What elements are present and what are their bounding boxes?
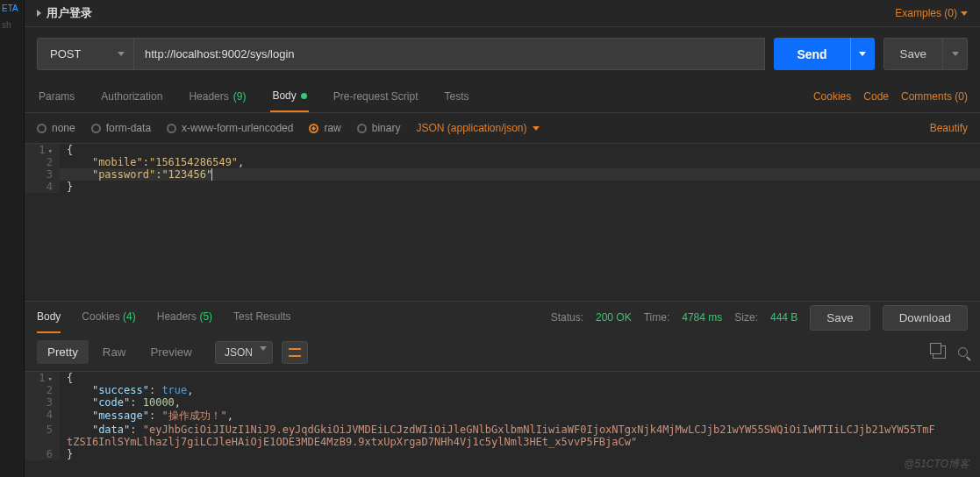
radio-label: raw (324, 122, 340, 134)
request-header: 用户登录 Examples (0) (25, 0, 980, 27)
radio-binary[interactable]: binary (357, 122, 401, 134)
response-tabs: Body Cookies (4) Headers (5) Test Result… (37, 302, 290, 333)
request-title: 用户登录 (46, 5, 92, 21)
radio-formdata[interactable]: form-data (91, 122, 151, 134)
cookies-count: (4) (123, 310, 136, 323)
chevron-down-icon (961, 11, 968, 16)
send-button[interactable]: Send (774, 38, 849, 70)
save-button[interactable]: Save (883, 38, 943, 70)
code-text: } (67, 448, 73, 460)
tab-authorization[interactable]: Authorization (99, 81, 164, 112)
examples-dropdown[interactable]: Examples (0) (895, 7, 968, 19)
chevron-down-icon (260, 346, 267, 351)
view-raw[interactable]: Raw (92, 340, 137, 364)
radio-icon (357, 124, 367, 133)
watermark: @51CTO博客 (904, 457, 969, 472)
time-label: Time: (644, 311, 670, 324)
code-key: "message" (92, 409, 149, 422)
code-key: "mobile" (92, 156, 143, 168)
content-type-select[interactable]: JSON (application/json) (416, 122, 539, 134)
url-input[interactable] (133, 38, 765, 70)
code-text: { (67, 144, 73, 156)
radio-icon (91, 124, 101, 133)
response-view-group: Pretty Raw Preview JSON (37, 340, 308, 364)
examples-label: Examples (0) (895, 7, 957, 19)
radio-label: none (52, 122, 75, 134)
copy-icon[interactable] (933, 345, 946, 359)
body-type-row: none form-data x-www-form-urlencoded raw… (25, 113, 980, 144)
tab-prerequest[interactable]: Pre-request Script (332, 81, 420, 112)
tab-label: Headers (189, 90, 228, 103)
save-response-button[interactable]: Save (810, 305, 869, 331)
radio-icon (309, 124, 318, 133)
wrap-lines-button[interactable] (282, 341, 308, 364)
headers-count: (5) (199, 310, 212, 323)
status-label: Status: (551, 311, 583, 324)
view-preview[interactable]: Preview (139, 340, 202, 364)
tab-body[interactable]: Body (270, 81, 308, 112)
main-panel: 用户登录 Examples (0) POST Send Save Params … (25, 0, 980, 477)
method-select[interactable]: POST (37, 38, 133, 70)
resp-tab-tests[interactable]: Test Results (233, 302, 290, 333)
chevron-down-icon (118, 52, 125, 56)
tab-headers[interactable]: Headers (9) (187, 81, 247, 112)
code-value: 10000 (143, 396, 175, 409)
headers-count: (9) (233, 90, 247, 103)
code-value: "eyJhbGciOiJIUzI1NiJ9.eyJqdGkiOiJVMDEiLC… (67, 424, 935, 448)
radio-label: form-data (106, 122, 151, 134)
method-value: POST (50, 47, 81, 61)
collapse-icon[interactable] (37, 10, 41, 17)
code-value: "123456" (161, 168, 212, 181)
response-toolbar: Pretty Raw Preview JSON (25, 333, 980, 372)
request-body-editor[interactable]: 1▾{ 2 "mobile":"156154286549", 3 "passwo… (25, 144, 980, 301)
search-icon[interactable] (958, 347, 968, 357)
size-label: Size: (734, 311, 758, 324)
tab-label: Headers (157, 310, 197, 323)
response-toolbar-right (933, 345, 968, 359)
tab-tests[interactable]: Tests (442, 81, 470, 112)
response-lang-select[interactable]: JSON (215, 341, 273, 364)
body-type-radios: none form-data x-www-form-urlencoded raw… (37, 122, 540, 134)
status-value: 200 OK (596, 311, 632, 324)
link-cookies[interactable]: Cookies (813, 90, 851, 103)
view-pretty[interactable]: Pretty (37, 340, 89, 364)
radio-raw[interactable]: raw (309, 122, 340, 134)
code-text: } (67, 181, 73, 193)
response-body-editor[interactable]: 1▾{ 2 "success": true, 3 "code": 10000, … (25, 372, 980, 477)
beautify-button[interactable]: Beautify (930, 122, 968, 134)
download-button[interactable]: Download (883, 305, 968, 331)
resp-tab-body[interactable]: Body (37, 302, 61, 333)
modified-dot-icon (301, 93, 307, 99)
tab-params[interactable]: Params (37, 81, 76, 112)
wrap-icon (289, 348, 301, 357)
radio-label: binary (372, 122, 401, 134)
request-title-group: 用户登录 (37, 5, 92, 21)
response-status-group: Status: 200 OK Time: 4784 ms Size: 444 B… (551, 305, 968, 331)
left-rail-item: ETA (0, 0, 24, 17)
time-value: 4784 ms (682, 311, 722, 324)
code-value: true (161, 384, 187, 396)
tab-label: Body (272, 89, 296, 102)
resp-tab-cookies[interactable]: Cookies (4) (82, 302, 135, 333)
radio-none[interactable]: none (37, 122, 75, 134)
chevron-down-icon (952, 52, 959, 56)
code-key: "data" (92, 424, 130, 436)
content-type-label: JSON (application/json) (416, 122, 526, 134)
radio-icon (167, 124, 176, 133)
left-rail-item: sh (0, 17, 24, 33)
send-dropdown[interactable] (850, 38, 875, 70)
code-text: { (67, 372, 73, 384)
code-key: "success" (92, 384, 149, 396)
chevron-down-icon (533, 126, 540, 131)
left-rail: ETA sh (0, 0, 25, 477)
code-value: "操作成功！" (161, 409, 226, 422)
resp-tab-headers[interactable]: Headers (5) (157, 302, 212, 333)
save-dropdown[interactable] (943, 38, 968, 70)
link-comments[interactable]: Comments (0) (901, 90, 968, 103)
link-code[interactable]: Code (863, 90, 889, 103)
code-value: "156154286549" (149, 156, 238, 168)
size-value: 444 B (770, 311, 798, 324)
radio-icon (37, 124, 46, 133)
radio-label: x-www-form-urlencoded (182, 122, 293, 134)
radio-urlencoded[interactable]: x-www-form-urlencoded (167, 122, 293, 134)
